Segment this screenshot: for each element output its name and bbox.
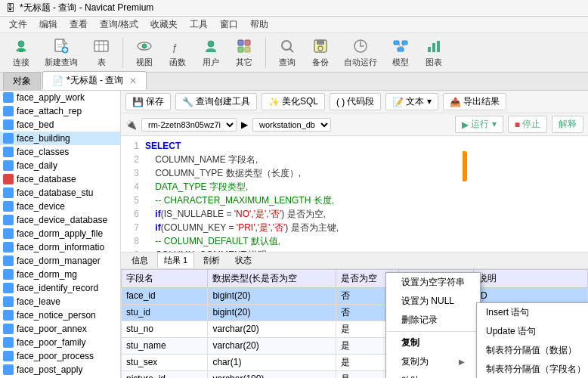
ctx-set-empty-string[interactable]: 设置为空字符串 bbox=[386, 273, 480, 292]
sidebar-item-label: face_dorm_informatio bbox=[17, 242, 104, 253]
menu-tools[interactable]: 工具 bbox=[184, 17, 214, 33]
submenu-update[interactable]: Update 语句 bbox=[477, 322, 588, 341]
sidebar-item-poor-process[interactable]: face_poor_process bbox=[0, 349, 120, 363]
line-num-2: 2 bbox=[124, 153, 139, 166]
sidebar-item-label: face_poor_family bbox=[17, 337, 85, 348]
query-builder-button[interactable]: 🔧 查询创建工具 bbox=[175, 93, 257, 110]
tab-info[interactable]: 信息 bbox=[125, 253, 154, 268]
table-icon bbox=[3, 256, 14, 266]
menu-window[interactable]: 窗口 bbox=[214, 17, 244, 33]
toolbar-connect[interactable]: 连接 bbox=[6, 33, 36, 72]
sidebar-item-poor-annex[interactable]: face_poor_annex bbox=[0, 322, 120, 336]
function-label: 函数 bbox=[169, 57, 186, 68]
sidebar-item-apply-work[interactable]: face_apply_work bbox=[0, 91, 120, 104]
sidebar-item-device-database[interactable]: face_device_database bbox=[0, 213, 120, 227]
export-result-button[interactable]: 📤 导出结果 bbox=[443, 93, 506, 110]
svg-text:ƒ: ƒ bbox=[172, 42, 178, 53]
text-button[interactable]: 📝 文本 ▾ bbox=[385, 93, 438, 110]
sidebar-item-identify-record[interactable]: face_identify_record bbox=[0, 281, 120, 295]
table-icon bbox=[3, 174, 14, 184]
sidebar-item-poor-family[interactable]: face_poor_family bbox=[0, 336, 120, 349]
sidebar-item-post-apply[interactable]: face_post_apply bbox=[0, 363, 120, 376]
svg-rect-8 bbox=[94, 41, 108, 51]
chart-label: 图表 bbox=[426, 57, 442, 68]
title-text: *无标题 - 查询 - Navicat Premium bbox=[20, 2, 153, 14]
col-header-field: 字段名 bbox=[122, 269, 208, 287]
ctx-paste[interactable]: 粘贴 bbox=[386, 371, 480, 378]
menu-favorites[interactable]: 收藏夹 bbox=[144, 17, 184, 33]
sidebar-item-label: face_database_stu bbox=[17, 187, 93, 198]
sidebar-item-device[interactable]: face_device bbox=[0, 200, 120, 213]
explain-button[interactable]: 解释 bbox=[552, 116, 583, 133]
sidebar-item-database[interactable]: face_database bbox=[0, 172, 120, 186]
toolbar-table[interactable]: 表 bbox=[86, 33, 116, 72]
sidebar-item-database-stu[interactable]: face_database_stu bbox=[0, 186, 120, 200]
tab-object[interactable]: 对象 bbox=[3, 72, 41, 90]
main-toolbar: 连接 新建查询 表 视图 ƒ 函数 用户 其它 bbox=[0, 33, 588, 73]
submenu-tab-data[interactable]: 制表符分隔值（数据） bbox=[477, 341, 588, 360]
toolbar-model[interactable]: 模型 bbox=[385, 33, 416, 72]
toolbar-user[interactable]: 用户 bbox=[196, 33, 226, 72]
svg-rect-19 bbox=[245, 47, 250, 52]
sidebar-item-dorm-apply-file[interactable]: face_dorm_apply_file bbox=[0, 227, 120, 240]
ctx-copy[interactable]: 复制 bbox=[386, 333, 480, 352]
tab-status[interactable]: 状态 bbox=[229, 253, 258, 268]
stop-button[interactable]: ■ 停止 bbox=[508, 116, 547, 133]
toolbar-chart[interactable]: 图表 bbox=[419, 33, 449, 72]
menu-file[interactable]: 文件 bbox=[3, 17, 33, 33]
sidebar-item-bed[interactable]: face_bed bbox=[0, 118, 120, 132]
toolbar-new-query[interactable]: 新建查询 bbox=[39, 33, 83, 72]
ctx-copy-as[interactable]: 复制为 ▶ bbox=[386, 352, 480, 371]
menu-help[interactable]: 帮助 bbox=[244, 17, 274, 33]
sidebar-item-attach-rep[interactable]: face_attach_rep bbox=[0, 104, 120, 118]
connection-select[interactable]: rm-2zetn83n05wz7i bbox=[141, 118, 237, 132]
code-snippet-button[interactable]: ( ) 代码段 bbox=[330, 93, 381, 110]
tab-profiling[interactable]: 剖析 bbox=[197, 253, 226, 268]
table-row[interactable]: face_id bigint(20) 否 是 ID bbox=[122, 287, 588, 304]
submenu-insert[interactable]: Insert 语句 bbox=[477, 303, 588, 322]
sidebar-item-label: face_identify_record bbox=[17, 283, 98, 293]
sidebar-item-notice-person[interactable]: face_notice_person bbox=[0, 308, 120, 322]
svg-rect-1 bbox=[19, 49, 23, 52]
toolbar-view[interactable]: 视图 bbox=[129, 33, 159, 72]
beautify-sql-button[interactable]: ✨ 美化SQL bbox=[262, 93, 325, 110]
sidebar-item-dorm-manager[interactable]: face_dorm_manager bbox=[0, 254, 120, 268]
run-button[interactable]: ▶ 运行 ▾ bbox=[455, 116, 503, 133]
cell-field: stu_id bbox=[122, 304, 208, 321]
app-icon: 🗄 bbox=[6, 3, 15, 14]
table-icon bbox=[3, 269, 14, 280]
submenu-tab-fields[interactable]: 制表符分隔值（字段名） bbox=[477, 360, 588, 378]
database-select[interactable]: workstation_db bbox=[252, 118, 331, 132]
sidebar-item-daily[interactable]: face_daily bbox=[0, 159, 120, 172]
toolbar-backup[interactable]: 备份 bbox=[305, 33, 336, 72]
toolbar-query[interactable]: 查询 bbox=[272, 33, 302, 72]
model-label: 模型 bbox=[392, 57, 409, 68]
ctx-delete-record[interactable]: 删除记录 bbox=[386, 311, 480, 330]
sidebar-item-dorm-mg[interactable]: face_dorm_mg bbox=[0, 268, 120, 281]
connection-icon: 🔌 bbox=[125, 119, 137, 130]
ctx-separator-1 bbox=[386, 331, 480, 332]
table-icon bbox=[3, 283, 14, 293]
sidebar-item-building[interactable]: face_building bbox=[0, 132, 120, 145]
sidebar-item-label: face_post_apply bbox=[17, 364, 82, 375]
tab-result-1[interactable]: 结果 1 bbox=[157, 253, 194, 268]
sidebar-item-leave[interactable]: face_leave bbox=[0, 295, 120, 308]
ctx-set-null[interactable]: 设置为 NULL bbox=[386, 292, 480, 311]
toolbar-other[interactable]: 其它 bbox=[229, 33, 259, 72]
menu-view[interactable]: 查看 bbox=[63, 17, 94, 33]
menu-edit[interactable]: 编辑 bbox=[33, 17, 63, 33]
tab-close-icon[interactable]: ✕ bbox=[129, 76, 137, 86]
scroll-indicator bbox=[463, 151, 467, 181]
menu-query-format[interactable]: 查询/格式 bbox=[94, 17, 144, 33]
tab-query[interactable]: 📄 *无标题 - 查询 ✕ bbox=[42, 71, 147, 90]
sidebar-item-classes[interactable]: face_classes bbox=[0, 145, 120, 159]
other-icon bbox=[235, 37, 253, 55]
sql-editor[interactable]: 1 SELECT 2 COLUMN_NAME 字段名, 3 COLUMN_TYP… bbox=[121, 136, 588, 253]
toolbar-autorun[interactable]: 自动运行 bbox=[339, 33, 382, 72]
user-icon bbox=[202, 37, 220, 55]
save-button[interactable]: 💾 保存 bbox=[125, 93, 171, 110]
table-icon bbox=[3, 133, 14, 144]
cell-datatype: char(1) bbox=[208, 354, 336, 370]
toolbar-function[interactable]: ƒ 函数 bbox=[162, 33, 193, 72]
sidebar-item-dorm-information[interactable]: face_dorm_informatio bbox=[0, 240, 120, 254]
